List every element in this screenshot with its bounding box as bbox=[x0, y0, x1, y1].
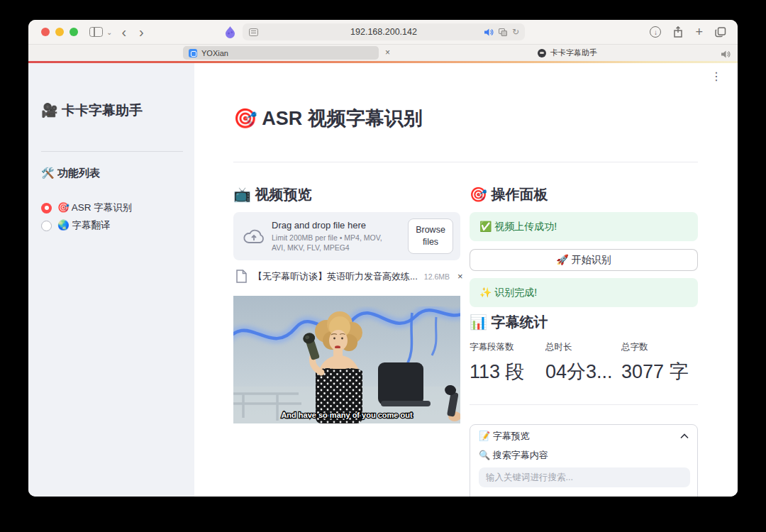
reload-icon[interactable]: ↻ bbox=[512, 27, 519, 37]
tab-yoxian[interactable]: YOXian bbox=[183, 46, 379, 60]
tab-subtitle-favicon bbox=[538, 49, 546, 57]
sidebar-divider bbox=[41, 151, 183, 152]
uploader-text: Drag and drop file here Limit 200MB per … bbox=[272, 220, 391, 253]
subtitle-search-input[interactable] bbox=[479, 467, 690, 487]
tab-yoxian-label: YOXian bbox=[201, 49, 228, 57]
audio-playing-icon[interactable] bbox=[484, 28, 494, 36]
title-divider bbox=[233, 162, 698, 162]
metrics-row: 字幕段落数 113 段 总时长 04分3... 总字数 3077 字 bbox=[470, 341, 698, 384]
radio-unselected-icon bbox=[41, 221, 52, 231]
nav-controls: ⌄ ‹ › bbox=[89, 27, 149, 37]
forward-button[interactable]: › bbox=[134, 27, 149, 37]
operation-panel-header: 🎯 操作面板 bbox=[470, 185, 548, 204]
collapse-chevron-icon[interactable] bbox=[680, 433, 689, 439]
subtitle-stats-header: 📊 字幕统计 bbox=[470, 313, 548, 332]
radio-asr-recognition[interactable]: 🎯 ASR 字幕识别 bbox=[41, 201, 132, 214]
upload-limit-text: Limit 200MB per file • MP4, MOV, AVI, MK… bbox=[272, 233, 391, 253]
tab-subtitle-assistant[interactable]: 卡卡字幕助手 bbox=[397, 45, 738, 61]
browser-window: ⌄ ‹ › 192.168.200.142 bbox=[28, 20, 738, 497]
stats-divider bbox=[470, 404, 698, 405]
address-bar[interactable]: 192.168.200.142 ↻ bbox=[243, 23, 525, 40]
file-name: 【无字幕听访谈】英语听力发音高效练... bbox=[253, 270, 418, 283]
page-title: 🎯 ASR 视频字幕识别 bbox=[233, 106, 423, 131]
traffic-lights bbox=[41, 28, 78, 36]
close-window-button[interactable] bbox=[41, 28, 50, 36]
file-size: 12.6MB bbox=[424, 272, 450, 281]
app-title: 🎥 卡卡字幕助手 bbox=[41, 101, 143, 120]
browse-files-button[interactable]: Browse files bbox=[408, 218, 453, 254]
tab-overview-icon[interactable] bbox=[715, 27, 726, 38]
start-recognition-button[interactable]: 🚀 开始识别 bbox=[470, 249, 698, 271]
sidebar-toggle-icon[interactable] bbox=[89, 27, 103, 37]
metric-total-duration: 总时长 04分3... bbox=[545, 341, 621, 384]
radio-subtitle-translate[interactable]: 🌏 字幕翻译 bbox=[41, 219, 132, 232]
expander-title: 📝 字幕预览 bbox=[479, 430, 680, 443]
tab-audio-icon[interactable] bbox=[721, 48, 731, 61]
sidebar-section-title: 🛠️ 功能列表 bbox=[41, 167, 100, 180]
metric-paragraph-count: 字幕段落数 113 段 bbox=[470, 341, 545, 384]
screenshot-stage: ⌄ ‹ › 192.168.200.142 bbox=[0, 0, 766, 532]
metric-total-words: 总字数 3077 字 bbox=[621, 341, 697, 384]
extension-icon[interactable] bbox=[224, 26, 236, 38]
chair bbox=[378, 362, 431, 406]
video-preview-header: 📺 视频预览 bbox=[233, 185, 312, 204]
new-tab-icon[interactable]: + bbox=[695, 26, 703, 38]
toolbar-right-icons: ↓ + bbox=[650, 26, 726, 38]
upload-success-alert: ✅ 视频上传成功! bbox=[470, 212, 698, 241]
tab-yoxian-favicon bbox=[189, 49, 197, 57]
chevron-down-icon[interactable]: ⌄ bbox=[106, 28, 112, 36]
remove-file-icon[interactable]: × bbox=[457, 271, 463, 282]
function-radio-group: 🎯 ASR 字幕识别 🌏 字幕翻译 bbox=[41, 201, 132, 232]
url-text: 192.168.200.142 bbox=[243, 27, 525, 37]
sidebar: 🎥 卡卡字幕助手 🛠️ 功能列表 🎯 ASR 字幕识别 🌏 字幕翻译 bbox=[28, 63, 194, 497]
address-bar-icons: ↻ bbox=[484, 27, 519, 37]
minimize-window-button[interactable] bbox=[55, 28, 64, 36]
file-icon bbox=[236, 270, 247, 283]
uploaded-file-row: 【无字幕听访谈】英语听力发音高效练... 12.6MB × bbox=[236, 270, 460, 283]
browser-toolbar: ⌄ ‹ › 192.168.200.142 bbox=[28, 20, 738, 44]
drag-drop-text: Drag and drop file here bbox=[272, 220, 391, 231]
overflow-menu-icon[interactable]: ⋮ bbox=[711, 70, 722, 83]
translate-icon[interactable] bbox=[499, 28, 507, 36]
search-subtitle-label: 🔍 搜索字幕内容 bbox=[479, 449, 689, 462]
share-icon[interactable] bbox=[673, 26, 683, 38]
zoom-window-button[interactable] bbox=[70, 28, 78, 36]
expander-header[interactable]: 📝 字幕预览 bbox=[470, 425, 697, 447]
tab-close-icon[interactable]: × bbox=[385, 48, 390, 57]
video-player[interactable]: And have so many of you come out bbox=[233, 296, 460, 423]
streamlit-app: 🎥 卡卡字幕助手 🛠️ 功能列表 🎯 ASR 字幕识别 🌏 字幕翻译 ⋮ bbox=[28, 63, 738, 497]
radio-selected-icon bbox=[41, 203, 52, 214]
subtitle-preview-expander: 📝 字幕预览 🔍 搜索字幕内容 序号 开始时间 结束时间 时长(秒) bbox=[470, 424, 698, 497]
file-uploader-dropzone[interactable]: Drag and drop file here Limit 200MB per … bbox=[233, 212, 460, 260]
main-content: ⋮ 🎯 ASR 视频字幕识别 📺 视频预览 Drag and drop file… bbox=[194, 63, 738, 497]
back-button[interactable]: ‹ bbox=[116, 27, 131, 37]
downloads-icon[interactable]: ↓ bbox=[650, 26, 661, 38]
tab-subtitle-label: 卡卡字幕助手 bbox=[550, 48, 597, 58]
upload-cloud-icon bbox=[243, 228, 265, 244]
tab-bar: YOXian × 卡卡字幕助手 bbox=[28, 44, 738, 61]
video-subtitle-caption: And have so many of you come out bbox=[281, 411, 413, 419]
recognition-done-alert: ✨ 识别完成! bbox=[470, 278, 698, 307]
